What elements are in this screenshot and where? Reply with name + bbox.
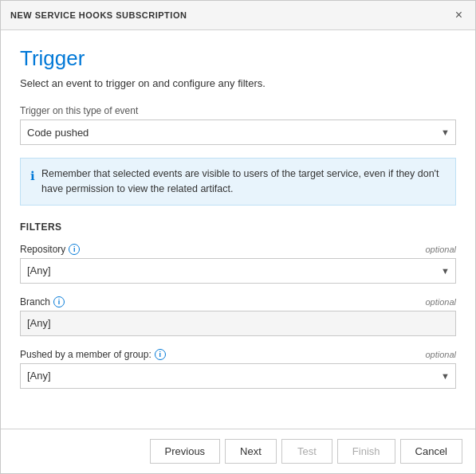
- repository-select[interactable]: [Any]: [20, 258, 456, 284]
- cancel-button[interactable]: Cancel: [400, 439, 462, 464]
- dialog-content: Trigger Select an event to trigger on an…: [1, 30, 475, 429]
- info-icon: ℹ: [30, 167, 35, 186]
- branch-label: Branch: [20, 296, 50, 308]
- title-bar: NEW SERVICE HOOKS SUBSCRIPTION ×: [1, 1, 475, 30]
- pushed-by-label-left: Pushed by a member of group: i: [20, 349, 166, 360]
- pushed-by-select-wrapper: [Any] ▼: [20, 363, 456, 389]
- branch-input[interactable]: [20, 311, 456, 336]
- branch-label-left: Branch i: [20, 296, 65, 308]
- repository-optional: optional: [425, 245, 456, 254]
- filters-section: FILTERS Repository i optional [Any] ▼: [20, 221, 456, 389]
- dialog-title: NEW SERVICE HOOKS SUBSCRIPTION: [10, 10, 187, 20]
- pushed-by-select[interactable]: [Any]: [20, 363, 456, 389]
- trigger-field-group: Trigger on this type of event Code pushe…: [20, 105, 456, 145]
- repository-label-left: Repository i: [20, 244, 80, 255]
- pushed-by-label: Pushed by a member of group:: [20, 349, 151, 360]
- previous-button[interactable]: Previous: [150, 439, 221, 464]
- trigger-select[interactable]: Code pushed Build completed Release crea…: [20, 119, 456, 145]
- pushed-by-group-field-group: Pushed by a member of group: i optional …: [20, 349, 456, 389]
- info-box: ℹ Remember that selected events are visi…: [20, 158, 456, 206]
- branch-optional: optional: [425, 297, 456, 307]
- dialog-container: NEW SERVICE HOOKS SUBSCRIPTION × Trigger…: [0, 0, 476, 474]
- info-message: Remember that selected events are visibl…: [41, 166, 446, 197]
- repository-info-icon[interactable]: i: [69, 244, 80, 255]
- repository-select-wrapper: [Any] ▼: [20, 258, 456, 284]
- pushed-by-label-row: Pushed by a member of group: i optional: [20, 349, 456, 360]
- repository-label: Repository: [20, 244, 65, 255]
- branch-info-icon[interactable]: i: [53, 296, 65, 308]
- page-heading: Trigger: [20, 46, 456, 71]
- branch-field-group: Branch i optional: [20, 296, 456, 336]
- pushed-by-optional: optional: [425, 350, 456, 359]
- close-button[interactable]: ×: [452, 7, 466, 23]
- dialog-footer: Previous Next Test Finish Cancel: [1, 429, 475, 473]
- pushed-by-info-icon[interactable]: i: [155, 349, 166, 360]
- repository-label-row: Repository i optional: [20, 244, 456, 255]
- finish-button[interactable]: Finish: [337, 439, 395, 464]
- repository-field-group: Repository i optional [Any] ▼: [20, 244, 456, 284]
- trigger-select-wrapper: Code pushed Build completed Release crea…: [20, 119, 456, 145]
- branch-label-row: Branch i optional: [20, 296, 456, 308]
- trigger-label: Trigger on this type of event: [20, 105, 456, 116]
- page-subtitle: Select an event to trigger on and config…: [20, 77, 456, 89]
- test-button[interactable]: Test: [281, 439, 332, 464]
- filters-heading: FILTERS: [20, 221, 456, 233]
- next-button[interactable]: Next: [225, 439, 277, 464]
